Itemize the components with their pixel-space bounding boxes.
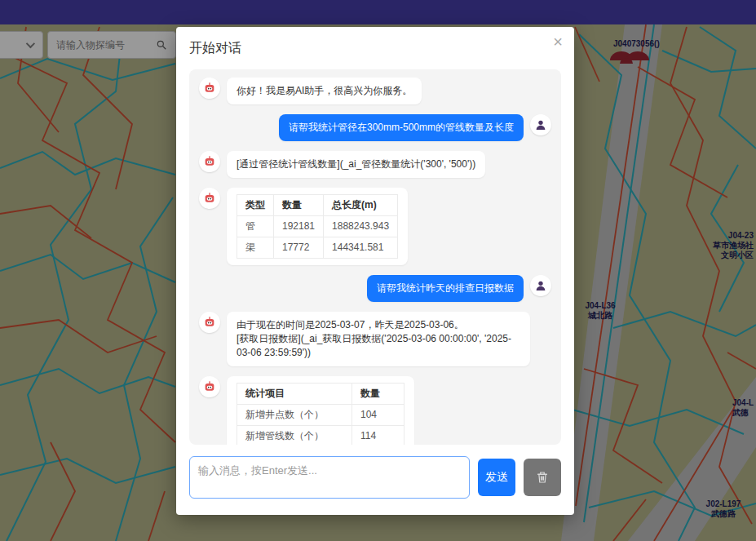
robot-avatar-icon — [199, 376, 220, 397]
table-cell: 渠 — [237, 237, 274, 259]
table-cell: 114 — [352, 426, 405, 446]
send-button[interactable]: 发送 — [478, 459, 515, 496]
table-row: 渠 17772 144341.581 — [237, 237, 398, 259]
dialog-title: 开始对话 — [189, 40, 241, 57]
top-navigation-bar — [0, 0, 756, 24]
table-header: 统计项目 — [237, 384, 352, 405]
chat-row-ai: 类型 数量 总长度(m) 管 192181 1888243.943 渠 — [199, 188, 551, 265]
message-line: 由于现在的时间是2025-03-07，昨天是2025-03-06。 — [237, 318, 520, 332]
ai-table-bubble: 类型 数量 总长度(m) 管 192181 1888243.943 渠 — [227, 188, 408, 265]
table-cell: 新增井点数（个） — [237, 405, 352, 426]
table-cell: 192181 — [274, 216, 324, 237]
table-row: 新增井点数（个） 104 — [237, 405, 405, 426]
robot-avatar-icon — [199, 78, 220, 99]
user-avatar-icon — [530, 114, 551, 135]
table-row: 新增管线数（个） 114 — [237, 426, 405, 446]
chat-row-user: 请帮我统计管径在300mm-500mm的管线数量及长度 — [199, 114, 551, 141]
chat-input-bar: 发送 — [189, 453, 561, 502]
ai-message-bubble: 由于现在的时间是2025-03-07，昨天是2025-03-06。 [获取日报数… — [227, 312, 530, 366]
table-header: 总长度(m) — [324, 195, 398, 216]
pipe-stats-table: 类型 数量 总长度(m) 管 192181 1888243.943 渠 — [237, 194, 398, 259]
message-input[interactable] — [189, 456, 470, 499]
chat-row-ai: [通过管径统计管线数量](_ai_管径数量统计('300', '500')) — [199, 151, 551, 178]
chat-row-user: 请帮我统计昨天的排查日报数据 — [199, 275, 551, 302]
table-row: 管 192181 1888243.943 — [237, 216, 398, 237]
ai-message-bubble: 你好！我是易AI助手，很高兴为你服务。 — [227, 78, 422, 104]
table-cell: 新增管线数（个） — [237, 426, 352, 446]
table-cell: 104 — [352, 405, 405, 426]
robot-avatar-icon — [199, 151, 220, 172]
robot-avatar-icon — [199, 188, 220, 209]
table-header: 数量 — [274, 195, 324, 216]
table-header: 类型 — [237, 195, 274, 216]
table-cell: 1888243.943 — [324, 216, 398, 237]
chat-message-area[interactable]: 你好！我是易AI助手，很高兴为你服务。 请帮我统计管径在300mm-500mm的… — [189, 69, 561, 445]
message-line: [获取日报数据](_ai_获取日报数据('2025-03-06 00:00:00… — [237, 332, 520, 360]
chat-row-ai: 你好！我是易AI助手，很高兴为你服务。 — [199, 78, 551, 104]
app-window: J04073056() J04-23 草市渔场社 文明小区 J04-L36 城北… — [0, 0, 756, 541]
daily-report-table: 统计项目 数量 新增井点数（个） 104 新增管线数（个） 114 — [237, 383, 405, 445]
table-header: 数量 — [352, 384, 405, 405]
table-cell: 144341.581 — [324, 237, 398, 259]
chat-row-ai: 由于现在的时间是2025-03-07，昨天是2025-03-06。 [获取日报数… — [199, 312, 551, 366]
user-avatar-icon — [530, 275, 551, 296]
chat-dialog: 开始对话 × 你好！我是易AI助手，很高兴为你服务。 请帮我统计 — [176, 27, 574, 515]
table-cell: 管 — [237, 216, 274, 237]
ai-table-bubble: 统计项目 数量 新增井点数（个） 104 新增管线数（个） 114 — [227, 376, 414, 445]
ai-message-bubble: [通过管径统计管线数量](_ai_管径数量统计('300', '500')) — [227, 151, 485, 178]
user-message-bubble: 请帮我统计昨天的排查日报数据 — [367, 275, 524, 302]
robot-avatar-icon — [199, 312, 220, 333]
clear-chat-button[interactable] — [524, 459, 561, 496]
table-cell: 17772 — [274, 237, 324, 259]
chat-row-ai: 统计项目 数量 新增井点数（个） 104 新增管线数（个） 114 — [199, 376, 551, 445]
close-icon[interactable]: × — [553, 33, 563, 50]
user-message-bubble: 请帮我统计管径在300mm-500mm的管线数量及长度 — [279, 114, 524, 141]
trash-icon — [535, 470, 550, 485]
